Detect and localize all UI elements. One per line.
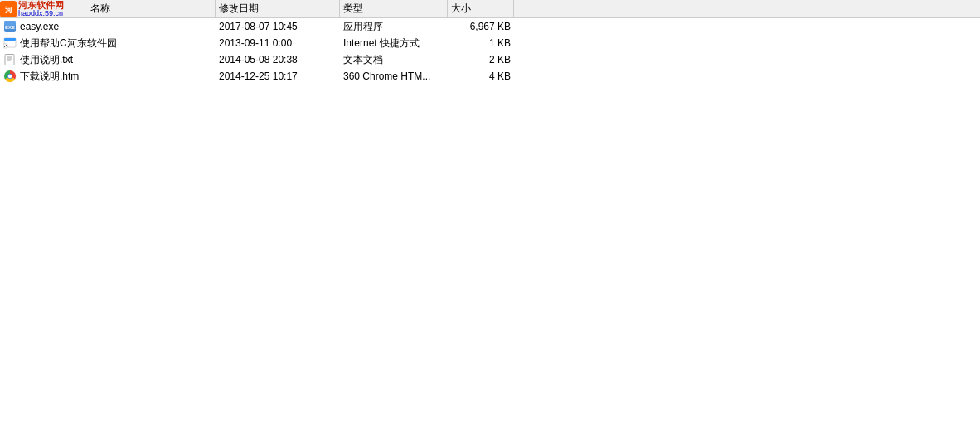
table-row[interactable]: 下载说明.htm 2014-12-25 10:17 360 Chrome HTM… — [0, 68, 980, 85]
file-name-cell: 使用帮助C河东软件园 — [0, 36, 216, 51]
file-name: easy.exe — [20, 21, 59, 32]
file-name: 使用帮助C河东软件园 — [20, 36, 117, 51]
file-type: 文本文档 — [340, 53, 448, 67]
file-explorer: 河 河东软件网 haoddx.59.cn 名称 修改日期 类型 大小 — [0, 0, 980, 440]
svg-text:EXE: EXE — [5, 25, 15, 30]
file-size: 1 KB — [448, 37, 514, 49]
column-header-row: 河 河东软件网 haoddx.59.cn 名称 修改日期 类型 大小 — [0, 0, 980, 18]
exe-icon: EXE — [3, 20, 17, 33]
file-size: 2 KB — [448, 54, 514, 65]
date-column-header[interactable]: 修改日期 — [216, 0, 340, 17]
name-column-header[interactable]: 河 河东软件网 haoddx.59.cn 名称 — [0, 0, 216, 17]
size-column-header[interactable]: 大小 — [448, 0, 514, 17]
svg-point-14 — [8, 75, 12, 78]
lnk-icon — [3, 36, 17, 50]
file-date: 2013-09-11 0:00 — [216, 37, 340, 49]
file-date: 2014-05-08 20:38 — [216, 54, 340, 65]
size-column-label: 大小 — [451, 2, 471, 16]
chrome-icon — [3, 70, 17, 83]
file-name: 下载说明.htm — [20, 70, 79, 84]
file-type: Internet 快捷方式 — [340, 36, 448, 51]
table-row[interactable]: EXE easy.exe 2017-08-07 10:45 应用程序 6,967… — [0, 18, 980, 35]
file-size: 4 KB — [448, 70, 514, 82]
file-name: 使用说明.txt — [20, 53, 73, 67]
type-column-label: 类型 — [343, 2, 363, 16]
file-date: 2014-12-25 10:17 — [216, 70, 340, 82]
svg-rect-6 — [4, 38, 16, 41]
file-type: 应用程序 — [340, 20, 448, 34]
table-row[interactable]: 使用帮助C河东软件园 2013-09-11 0:00 Internet 快捷方式… — [0, 35, 980, 51]
file-date: 2017-08-07 10:45 — [216, 21, 340, 32]
name-column-label: 名称 — [3, 2, 110, 16]
file-list: EXE easy.exe 2017-08-07 10:45 应用程序 6,967… — [0, 18, 980, 440]
file-size: 6,967 KB — [448, 21, 514, 32]
file-name-cell: 下载说明.htm — [0, 70, 216, 84]
svg-rect-8 — [5, 55, 14, 65]
table-row[interactable]: 使用说明.txt 2014-05-08 20:38 文本文档 2 KB — [0, 51, 980, 68]
file-type: 360 Chrome HTM... — [340, 70, 448, 82]
txt-icon — [3, 53, 17, 66]
file-name-cell: EXE easy.exe — [0, 20, 216, 33]
type-column-header[interactable]: 类型 — [340, 0, 448, 17]
file-name-cell: 使用说明.txt — [0, 53, 216, 67]
date-column-label: 修改日期 — [219, 2, 259, 16]
